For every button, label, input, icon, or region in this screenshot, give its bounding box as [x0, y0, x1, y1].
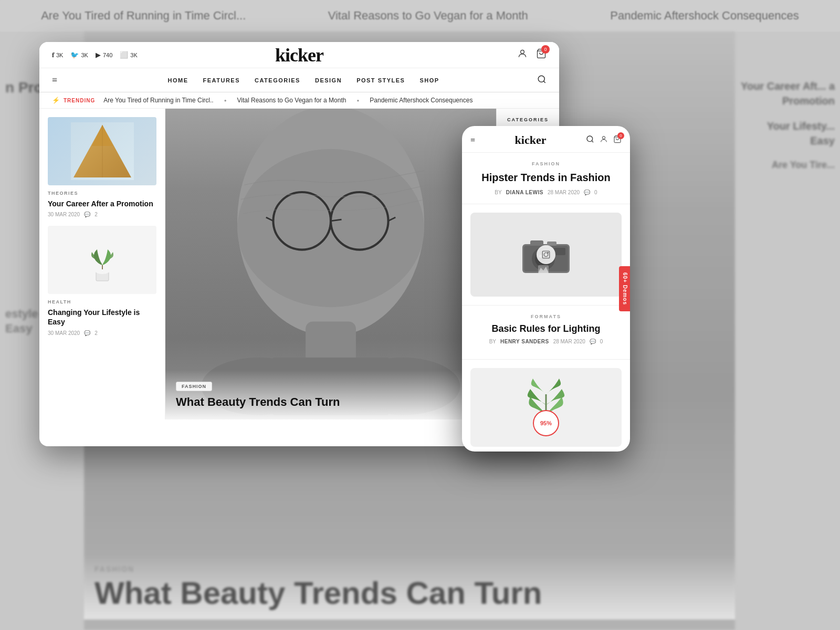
svg-rect-37 — [530, 240, 543, 246]
site-nav: ≡ HOME FEATURES CATEGORIES DESIGN POST S… — [39, 68, 559, 92]
mobile-second-category: FORMATS — [470, 314, 622, 319]
categories-label: CATEGORIES — [503, 115, 553, 122]
trending-bolt-icon: ⚡ — [52, 97, 60, 104]
svg-line-25 — [592, 141, 593, 142]
instagram-icon: ⬜ — [120, 51, 128, 59]
demos-tab[interactable]: 60+ Demos — [619, 266, 630, 311]
nav-features[interactable]: FEATURES — [203, 77, 240, 83]
site-logo[interactable]: kicker — [275, 44, 323, 66]
nav-home[interactable]: HOME — [168, 77, 188, 83]
mobile-header: ≡ kicker 0 — [462, 126, 630, 153]
facebook-icon: 𝐟 — [52, 51, 54, 59]
instagram-link[interactable]: ⬜ 3K — [120, 51, 137, 59]
bg-right-text-1: Your Career Aft... a Promotion — [740, 79, 835, 108]
comment-icon-2: 💬 — [84, 330, 90, 336]
article-thumb-bg-2 — [48, 226, 156, 294]
site-header: 𝐟 3K 🐦 3K ▶ 740 ⬜ 3K kicker — [39, 42, 559, 68]
twitter-count: 3K — [81, 52, 88, 58]
mobile-window: ≡ kicker 0 — [462, 126, 630, 452]
header-icons: 0 — [517, 48, 547, 61]
mobile-top-author: DIANA LEWIS — [506, 190, 543, 195]
article-thumb-2 — [48, 226, 156, 294]
mobile-user-icon[interactable] — [600, 135, 608, 145]
article-2-title[interactable]: Changing Your Lifestyle is Easy — [48, 308, 156, 327]
nav-shop[interactable]: SHOP — [419, 77, 439, 83]
mobile-top-meta: BY DIANA LEWIS 28 MAR 2020 💬 0 — [470, 190, 622, 195]
facebook-count: 3K — [56, 52, 63, 58]
bg-fashion-label: FASHION — [94, 565, 724, 573]
mobile-second-article: FORMATS Basic Rules for Lighting BY HENR… — [462, 306, 630, 360]
mobile-plant-section: 95% — [462, 360, 630, 449]
center-article: FASHION What Beauty Trends Can Turn — [165, 109, 496, 419]
center-category-badge: FASHION — [176, 382, 212, 391]
mobile-comment-icon-2: 💬 — [590, 339, 596, 344]
trending-dot-1: ● — [224, 98, 227, 103]
facebook-link[interactable]: 𝐟 3K — [52, 51, 63, 59]
mobile-by-label: BY — [495, 190, 501, 195]
mobile-logo[interactable]: kicker — [515, 133, 547, 147]
mobile-by-label-2: BY — [489, 339, 496, 344]
article-2-comments: 2 — [94, 330, 98, 336]
bg-ticker-item-1: Are You Tired of Running in Time Circl..… — [41, 9, 246, 23]
youtube-link[interactable]: ▶ 740 — [96, 51, 112, 59]
bg-ticker: Are You Tired of Running in Time Circl..… — [0, 0, 840, 32]
social-links: 𝐟 3K 🐦 3K ▶ 740 ⬜ 3K — [52, 51, 138, 59]
svg-line-3 — [543, 81, 545, 82]
trending-item-3[interactable]: Pandemic Aftershock Consequences — [370, 97, 472, 104]
svg-point-2 — [538, 76, 544, 82]
svg-point-43 — [548, 253, 549, 254]
trending-items: Are You Tired of Running in Time Circl..… — [103, 97, 472, 104]
twitter-link[interactable]: 🐦 3K — [70, 51, 88, 59]
mobile-search-icon[interactable] — [586, 135, 594, 145]
nav-design[interactable]: DESIGN — [315, 77, 342, 83]
youtube-count: 740 — [103, 52, 112, 58]
mobile-content: FASHION Hipster Trends in Fashion BY DIA… — [462, 153, 630, 449]
comment-icon-1: 💬 — [84, 212, 90, 217]
bg-main-title: What Beauty Trends Can Turn — [94, 578, 724, 609]
mobile-top-article: FASHION Hipster Trends in Fashion BY DIA… — [462, 153, 630, 204]
mobile-camera-section — [462, 204, 630, 306]
bg-right-area: Your Career Aft... a Promotion Your Life… — [735, 74, 840, 177]
bg-ticker-item-2: Vital Reasons to Go Vegan for a Month — [328, 9, 528, 23]
center-article-title[interactable]: What Beauty Trends Can Turn — [176, 395, 486, 409]
search-icon-button[interactable] — [537, 75, 547, 86]
center-image: FASHION What Beauty Trends Can Turn — [165, 109, 496, 419]
mobile-second-comments: 0 — [600, 339, 603, 344]
trending-item-1[interactable]: Are You Tired of Running in Time Circl.. — [103, 97, 213, 104]
mobile-top-title[interactable]: Hipster Trends in Fashion — [470, 171, 622, 184]
cart-icon-button[interactable]: 0 — [536, 48, 547, 61]
mobile-second-title[interactable]: Basic Rules for Lighting — [470, 323, 622, 334]
trending-item-2[interactable]: Vital Reasons to Go Vegan for a Month — [237, 97, 346, 104]
hamburger-menu[interactable]: ≡ — [52, 75, 57, 86]
article-card-2: HEALTH Changing Your Lifestyle is Easy 3… — [48, 226, 156, 335]
article-1-category: THEORIES — [48, 191, 156, 196]
percentage-value: 95% — [540, 420, 552, 426]
bg-ticker-item-3: Pandemic Aftershock Consequences — [610, 9, 799, 23]
mobile-plant-image: 95% — [470, 368, 622, 447]
user-icon-button[interactable] — [517, 48, 528, 61]
svg-rect-41 — [542, 251, 550, 258]
nav-post-styles[interactable]: POST STYLES — [356, 77, 405, 83]
mobile-second-author: HENRY SANDERS — [500, 339, 549, 344]
mobile-comment-icon: 💬 — [584, 190, 590, 195]
left-articles: THEORIES Your Career After a Promotion 3… — [39, 109, 165, 419]
svg-point-42 — [544, 253, 548, 257]
svg-rect-36 — [554, 248, 565, 255]
article-1-title[interactable]: Your Career After a Promotion — [48, 199, 156, 208]
nav-categories[interactable]: CATEGORIES — [255, 77, 300, 83]
mobile-hamburger[interactable]: ≡ — [470, 135, 475, 145]
nav-links: HOME FEATURES CATEGORIES DESIGN POST STY… — [70, 77, 537, 83]
article-card-1: THEORIES Your Career After a Promotion 3… — [48, 117, 156, 217]
mobile-camera-thumb — [470, 213, 622, 297]
youtube-icon: ▶ — [96, 51, 101, 59]
mobile-header-icons: 0 — [586, 135, 622, 145]
percentage-badge: 95% — [533, 410, 559, 436]
mobile-cart-icon[interactable]: 0 — [613, 135, 622, 145]
bg-bottom-area: FASHION What Beauty Trends Can Turn — [84, 554, 735, 620]
article-thumb-1 — [48, 117, 156, 185]
mobile-top-comments: 0 — [594, 190, 597, 195]
article-1-date: 30 MAR 2020 — [48, 212, 80, 217]
svg-point-26 — [602, 136, 605, 139]
trending-dot-2: ● — [356, 98, 359, 103]
svg-point-24 — [587, 136, 593, 142]
